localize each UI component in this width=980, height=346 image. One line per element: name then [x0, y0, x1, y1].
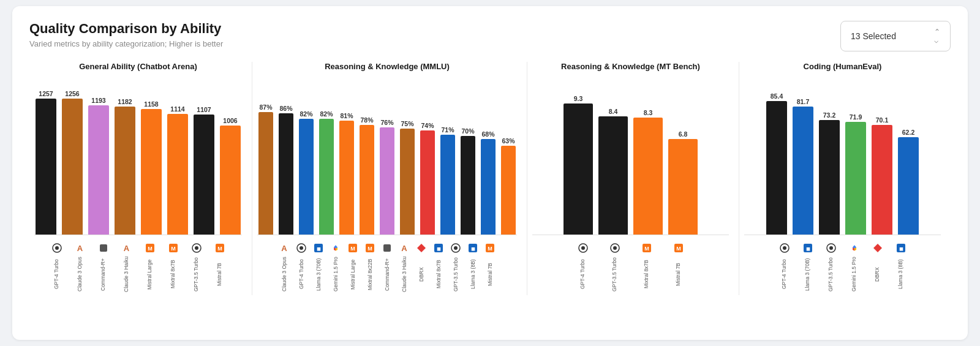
label-group: DBRX [414, 240, 429, 295]
bar-rect [819, 120, 840, 235]
model-label: Mistral Large [146, 254, 153, 295]
label-group: ◼Llama 3 (70B) [797, 240, 818, 295]
labels-container: GPT-4 Turbo◼Llama 3 (70B)GPT-3.5 Turbo G… [744, 240, 941, 295]
bar-group: 81.7 [791, 76, 815, 235]
bar-rect [898, 137, 919, 235]
label-group: AClaude 3 Haiku [397, 240, 412, 295]
label-group: ◼Llama 3 (70B) [311, 240, 326, 295]
bar-group: 73.2 [818, 76, 841, 235]
bar-rect [440, 135, 455, 235]
svg-text:M: M [488, 246, 492, 252]
model-label: Command-R+ [384, 254, 390, 295]
label-group: DBRX [867, 240, 888, 295]
main-card: Quality Comparison by Ability Varied met… [12, 6, 968, 340]
svg-text:M: M [171, 246, 176, 252]
bar-value: 1256 [65, 90, 79, 97]
bar-group: 8.4 [597, 76, 629, 235]
label-group: ◼Mixtral 8x7B [431, 240, 446, 295]
bar-value: 86% [279, 105, 292, 112]
bar-group: 81% [338, 76, 355, 235]
model-icon: M [641, 243, 652, 254]
svg-point-1 [55, 246, 59, 250]
bar-value: 74% [421, 122, 434, 129]
model-icon [872, 243, 883, 254]
svg-text:M: M [148, 246, 153, 252]
model-label: DBRX [418, 254, 424, 295]
label-group: GPT-3.5 Turbo [821, 240, 842, 295]
svg-text:◼: ◼ [471, 246, 475, 252]
model-icon [416, 243, 427, 254]
model-icon [191, 243, 202, 254]
bar-value: 81% [340, 112, 353, 119]
bar-group: 82% [318, 76, 335, 235]
label-group: AClaude 3 Haiku [116, 240, 137, 295]
bar-rect [36, 99, 56, 235]
bar-group: 9.3 [562, 76, 594, 235]
model-label: Llama 3 (8B) [897, 254, 903, 295]
bar-rect [766, 101, 787, 235]
bar-group: 1006 [219, 76, 242, 235]
model-label: Command-R+ [100, 254, 106, 295]
model-label: GPT-3.5 Turbo [611, 254, 617, 295]
svg-rect-2 [100, 244, 107, 252]
svg-text:◼: ◼ [317, 246, 321, 252]
bar-group: 8.3 [632, 76, 664, 235]
model-selector[interactable]: 13 Selected ⌃⌵ [840, 21, 951, 51]
svg-rect-20 [383, 244, 391, 252]
bar-value: 1182 [118, 98, 132, 105]
model-label: GPT-3.5 Turbo [827, 254, 834, 295]
bar-group: 62.2 [897, 76, 920, 235]
label-group: MMistral 7B [664, 240, 693, 295]
bar-group: 1256 [61, 76, 84, 235]
svg-marker-21 [417, 244, 426, 252]
bar-rect [319, 119, 334, 235]
bar-value: 73.2 [823, 111, 835, 119]
model-icon: ◼ [895, 243, 907, 254]
bar-rect [339, 121, 354, 235]
bar-rect [598, 116, 628, 235]
bar-group: 76% [379, 76, 396, 235]
model-icon: ◼ [313, 243, 324, 254]
chart-section-mtbench: Reasoning & Knowledge (MT Bench)9.38.48.… [527, 62, 739, 295]
bar-value: 1114 [170, 105, 184, 113]
bar-value: 82% [320, 110, 333, 118]
bar-value: 1257 [39, 90, 53, 97]
bar-group: 70.1 [870, 76, 894, 235]
chart-area-mmlu: 87%86%82%82%81%78%76%75%74%71%70%68%63% [257, 76, 517, 235]
model-label: Llama 3 (8B) [470, 254, 476, 295]
bar-rect [501, 146, 516, 235]
bar-group: 1257 [34, 76, 58, 235]
bar-group: 1114 [166, 76, 189, 235]
model-icon [296, 243, 307, 254]
bar-group: 85.4 [765, 76, 788, 235]
bar-value: 63% [502, 137, 514, 145]
model-label: GPT-4 Turbo [298, 254, 304, 295]
model-icon [330, 243, 341, 254]
label-group: GPT-4 Turbo [774, 240, 795, 295]
svg-text:M: M [350, 246, 355, 252]
bar-rect [194, 115, 214, 235]
model-label: Claude 3 Opus [281, 254, 287, 295]
bar-value: 70.1 [876, 116, 888, 124]
model-icon: M [673, 243, 684, 254]
model-icon: M [145, 243, 156, 254]
label-group: GPT-4 Turbo [568, 240, 598, 295]
bar-group: 82% [298, 76, 315, 235]
bar-value: 82% [300, 110, 312, 118]
label-group: Gemini 1.5 Pro [844, 240, 865, 295]
svg-point-39 [783, 246, 786, 250]
header: Quality Comparison by Ability Varied met… [29, 21, 951, 59]
model-icon: A [75, 243, 86, 254]
chart-title-general: General Ability (Chatbot Arena) [34, 62, 242, 71]
chart-title-humaneval: Coding (HumanEval) [744, 62, 941, 71]
label-group: Gemini 1.5 Pro [328, 240, 343, 295]
bar-rect [481, 139, 496, 235]
bar-group: 86% [277, 76, 295, 235]
model-icon [382, 243, 393, 254]
svg-point-25 [454, 246, 458, 250]
model-label: Llama 3 (70B) [315, 254, 322, 295]
chart-section-mmlu: Reasoning & Knowledge (MMLU)87%86%82%82%… [252, 62, 527, 295]
labels-container: GPT-4 TurboAClaude 3 OpusCommand-R+AClau… [34, 240, 242, 295]
bar-value: 9.3 [574, 95, 583, 102]
model-icon [51, 243, 62, 254]
